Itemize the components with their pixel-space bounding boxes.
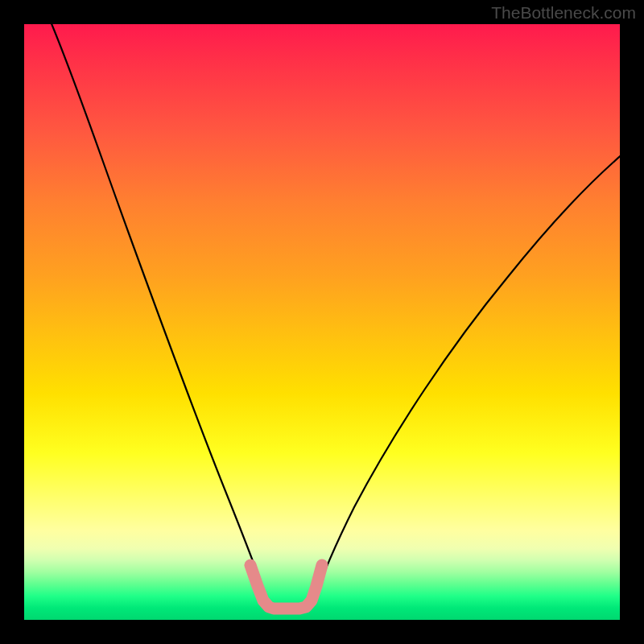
left-curve [48, 24, 266, 604]
plot-area [24, 24, 620, 620]
optimal-highlight [250, 565, 322, 609]
curve-layer [24, 24, 620, 620]
chart-frame: TheBottleneck.com [0, 0, 644, 644]
right-curve [312, 153, 620, 604]
watermark-text: TheBottleneck.com [491, 3, 636, 23]
